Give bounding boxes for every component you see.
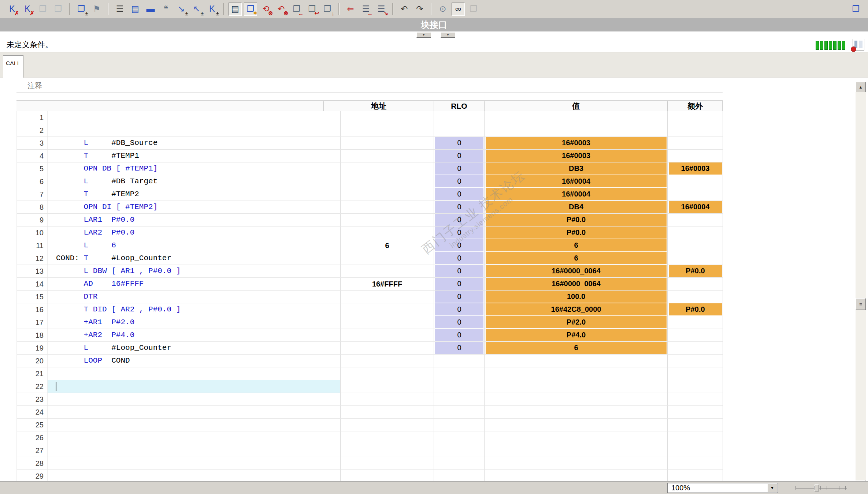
zoom-slider-tick [833,486,833,490]
monitor-disabled-icon[interactable]: ❐ [467,3,480,16]
goto-location-icon[interactable]: ↘± [175,3,188,16]
rlo-value: 0 [435,278,483,290]
code-cell[interactable]: COND: T #Loop_Counter [47,252,340,265]
code-cell[interactable] [47,380,340,393]
code-cell[interactable]: DTR [47,291,340,303]
code-cell[interactable] [47,431,340,444]
open-calling-block-icon[interactable]: ❐← [290,3,303,16]
table-row: 18 +AR2 P#4.00P#4.0 [17,329,723,342]
extra-cell [668,150,723,162]
tab-call[interactable]: CALL [3,55,23,78]
value-value: 100.0 [486,291,667,303]
rlo-cell: 0 [434,175,485,188]
code-cell[interactable]: +AR2 P#4.0 [47,329,340,341]
code-cell[interactable]: +AR1 P#2.0 [47,316,340,329]
code-cell[interactable] [47,419,340,431]
value-value: 16#0004 [486,175,667,187]
bookmark-flag-icon[interactable]: ⚑ [90,3,103,16]
code-cell[interactable] [47,470,340,482]
window-dock-icon[interactable]: ❐ [52,3,65,16]
open-block-icon[interactable]: ↖± [190,3,203,16]
declaration-bar-icon[interactable]: ▬ [144,3,157,16]
value-cell [485,470,668,482]
code-view-icon[interactable]: ▤ [129,3,142,16]
value-cell: P#4.0 [485,329,668,341]
code-cell[interactable]: L #Loop_Counter [47,342,340,354]
code-cell[interactable] [47,111,340,124]
symbol-check-icon[interactable]: K✗ [5,3,19,16]
code-grid: 123 L #DB_Source016#00034 T #TEMP1016#00… [16,111,723,483]
code-cell[interactable]: LOOP COND [47,355,340,367]
address-cell [340,265,434,277]
line-number: 13 [17,265,44,277]
value-value: 16#0004 [486,188,667,200]
zoom-dropdown-button[interactable]: ▼ [767,484,777,492]
code-cell[interactable] [47,457,340,469]
code-cell[interactable]: T DID [ AR2 , P#0.0 ] [47,303,340,316]
code-cell[interactable]: L #DB_Source [47,137,340,149]
line-number: 17 [17,316,44,329]
code-cell[interactable]: OPN DI [ #TEMP2] [47,201,340,213]
code-cell[interactable]: LAR1 P#0.0 [47,214,340,226]
rlo-cell [434,444,485,457]
update-status-icon[interactable] [853,39,864,50]
code-segment: L [56,177,111,186]
vertical-scrollbar[interactable]: ▲ ≡ ▼ [856,82,866,491]
symbol-table-icon[interactable]: K± [205,3,219,16]
table-row: 14 AD 16#FFFF16#FFFF016#0000_0064 [17,278,723,291]
code-cell[interactable]: OPN DB [ #TEMP1] [47,162,340,175]
access-rights-icon[interactable]: ⊙ [436,3,449,16]
extra-cell [668,175,723,188]
redo-icon[interactable]: ↷ [413,3,426,16]
set-breakpoint-icon[interactable]: ☰← [359,3,372,16]
address-cell [340,252,434,265]
network-list-icon[interactable]: ☰ [113,3,126,16]
code-cell[interactable]: L DBW [ AR1 , P#0.0 ] [47,265,340,277]
address-cell: 16#FFFF [340,278,434,290]
resume-execution-icon[interactable]: ☰↘ [375,3,388,16]
call-environment-icon[interactable]: ⟲⊗ [259,3,272,16]
value-cell [485,393,668,405]
return-to-caller-icon[interactable]: ❐↩ [305,3,319,16]
code-cell[interactable]: L 6 [47,239,340,252]
extra-cell [668,393,723,405]
code-cell[interactable]: AD 16#FFFF [47,278,340,290]
code-cell[interactable] [47,406,340,418]
code-cell[interactable]: LAR2 P#0.0 [47,227,340,239]
status-list-icon[interactable]: ▤ [229,3,242,16]
comment-bubble-icon[interactable]: ❝ [159,3,173,16]
undo-icon[interactable]: ↶ [398,3,411,16]
zoom-select[interactable]: 100% ▼ [667,483,778,493]
breakpoint-bar-icon[interactable]: ❐✶ [244,3,257,16]
code-cell[interactable] [47,367,340,380]
value-value: 16#0000_0064 [486,265,667,277]
code-cell[interactable] [47,124,340,136]
splitter-down-button[interactable]: ▾ [441,32,455,38]
splitter-up-button[interactable]: ▾ [416,32,431,38]
network-comment-label[interactable]: 注释 [27,81,42,91]
scroll-up-button[interactable]: ▲ [856,82,866,92]
code-cell[interactable] [47,393,340,405]
line-number: 29 [17,470,44,482]
zoom-slider-thumb[interactable] [815,484,819,491]
symbol-edit-icon[interactable]: K✗ [21,3,34,16]
zoom-slider[interactable] [795,483,847,493]
rlo-cell: 0 [434,329,485,341]
monitor-glasses-icon[interactable]: ∞ [452,3,465,16]
rlo-cell: 0 [434,150,485,162]
rlo-cell: 0 [434,162,485,175]
detach-pane-icon[interactable]: ❐ [849,3,863,16]
window-float-icon[interactable]: ❐ [36,3,49,16]
goto-statement-icon[interactable]: ❐↓ [321,3,334,16]
code-cell[interactable] [47,444,340,457]
scrollbar-thumb[interactable]: ≡ [856,298,866,310]
code-cell[interactable]: T #TEMP1 [47,150,340,162]
insert-network-icon[interactable]: ❐± [75,3,88,16]
cancel-call-icon[interactable]: ↶⊗ [275,3,288,16]
code-cell[interactable]: L #DB_Target [47,175,340,188]
code-cell[interactable]: T #TEMP2 [47,188,340,201]
undo-icon-glyph: ↶ [401,4,408,14]
run-to-cursor-icon[interactable]: ⇐ [344,3,357,16]
value-value: P#0.0 [486,227,667,239]
address-cell [340,316,434,329]
